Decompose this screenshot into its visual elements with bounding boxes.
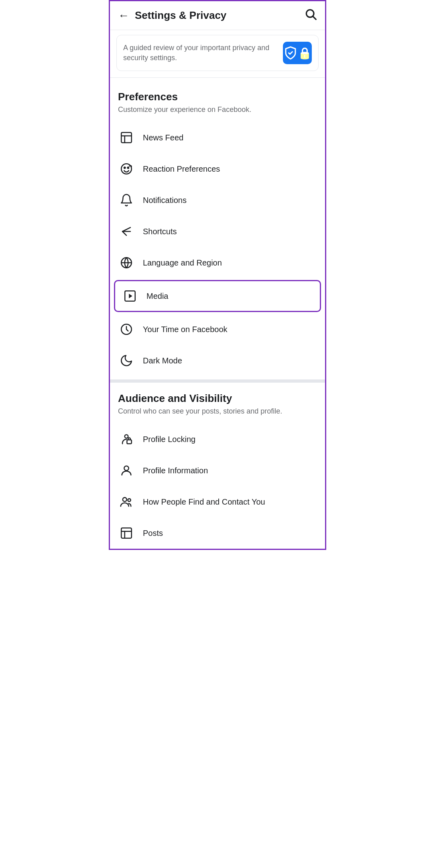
reaction-icon: [118, 160, 135, 177]
svg-line-10: [122, 231, 126, 235]
menu-item-notifications[interactable]: Notifications: [110, 185, 325, 216]
divider-top: [110, 77, 325, 78]
privacy-checkup-icon: [283, 42, 312, 64]
media-label: Media: [146, 292, 168, 301]
svg-point-16: [125, 435, 128, 438]
menu-item-profile-information[interactable]: Profile Information: [110, 455, 325, 486]
svg-rect-21: [121, 528, 132, 538]
menu-item-language-region[interactable]: Language and Region: [110, 247, 325, 278]
page-title: Settings & Privacy: [135, 9, 226, 22]
preferences-title: Preferences: [118, 91, 317, 103]
audience-title: Audience and Visibility: [118, 392, 317, 405]
people-icon: [118, 493, 135, 510]
privacy-checkup-card[interactable]: A guided review of your important privac…: [116, 35, 319, 71]
globe-icon: [118, 254, 135, 271]
svg-rect-17: [127, 440, 131, 444]
back-button[interactable]: ←: [118, 9, 129, 22]
notification-icon: [118, 192, 135, 209]
preferences-section: Preferences Customize your experience on…: [110, 84, 325, 122]
notifications-label: Notifications: [143, 196, 187, 205]
menu-item-dark-mode[interactable]: Dark Mode: [110, 345, 325, 376]
your-time-label: Your Time on Facebook: [143, 325, 228, 334]
menu-item-media[interactable]: Media: [114, 280, 321, 312]
menu-item-news-feed[interactable]: News Feed: [110, 122, 325, 153]
menu-item-profile-locking[interactable]: Profile Locking: [110, 424, 325, 455]
svg-point-6: [124, 167, 125, 168]
menu-item-how-people-find[interactable]: How People Find and Contact You: [110, 486, 325, 517]
svg-point-18: [124, 466, 128, 471]
moon-icon: [118, 352, 135, 369]
svg-rect-2: [121, 132, 132, 143]
search-button[interactable]: [304, 8, 317, 23]
news-feed-icon: [118, 129, 135, 146]
svg-point-19: [123, 497, 127, 501]
news-feed-label: News Feed: [143, 133, 183, 142]
svg-line-8: [122, 227, 130, 231]
reaction-preferences-label: Reaction Preferences: [143, 164, 220, 174]
header: ← Settings & Privacy: [110, 1, 325, 30]
svg-marker-14: [129, 294, 132, 298]
profile-locking-label: Profile Locking: [143, 435, 195, 444]
clock-icon: [118, 321, 135, 338]
menu-item-shortcuts[interactable]: Shortcuts: [110, 216, 325, 247]
menu-item-posts[interactable]: Posts: [110, 517, 325, 549]
language-region-label: Language and Region: [143, 258, 222, 268]
profile-information-label: Profile Information: [143, 466, 208, 475]
privacy-checkup-text: A guided review of your important privac…: [123, 43, 283, 63]
shortcuts-label: Shortcuts: [143, 227, 177, 236]
dark-mode-label: Dark Mode: [143, 356, 182, 365]
person-icon: [118, 462, 135, 479]
posts-label: Posts: [143, 529, 163, 538]
shortcut-icon: [118, 223, 135, 240]
menu-item-your-time[interactable]: Your Time on Facebook: [110, 314, 325, 345]
header-left: ← Settings & Privacy: [118, 9, 226, 22]
svg-point-20: [128, 499, 131, 501]
audience-section: Audience and Visibility Control who can …: [110, 386, 325, 424]
preferences-subtitle: Customize your experience on Facebook.: [118, 105, 317, 114]
svg-line-1: [313, 16, 316, 19]
svg-point-7: [128, 167, 129, 168]
lock-person-icon: [118, 431, 135, 448]
audience-subtitle: Control who can see your posts, stories …: [118, 407, 317, 416]
posts-icon: [118, 525, 135, 541]
how-people-find-label: How People Find and Contact You: [143, 497, 265, 507]
media-icon: [122, 288, 138, 304]
section-divider: [110, 379, 325, 383]
menu-item-reaction-preferences[interactable]: Reaction Preferences: [110, 153, 325, 185]
